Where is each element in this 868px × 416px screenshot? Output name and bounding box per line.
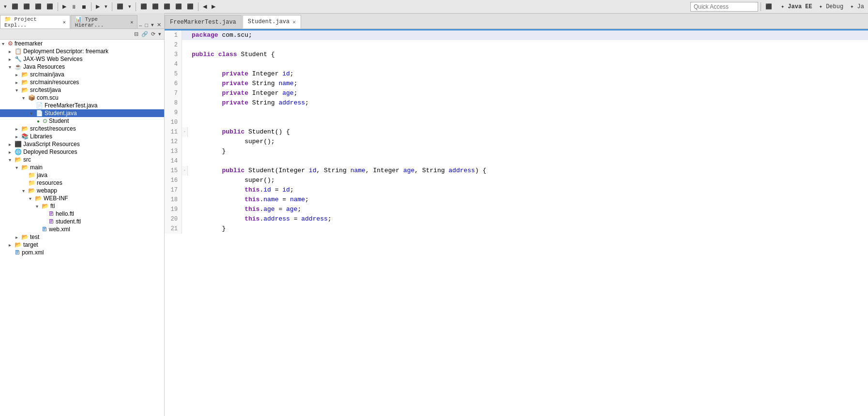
tree-item-student-ftl[interactable]: 🖹 student.ftl — [0, 218, 164, 225]
label-freemarkertest: FreeMarkerTest.java — [45, 102, 97, 109]
label-src-main-java: src/main/java — [30, 71, 64, 78]
perspective-debug[interactable]: ✦ Debug — [817, 2, 845, 11]
toolbar-icon-10[interactable]: ▾ — [103, 2, 109, 11]
tree-item-webapp[interactable]: ▾ 📂 webapp — [0, 187, 164, 194]
tree-item-resources[interactable]: 📁 resources — [0, 179, 164, 187]
sidebar-close-btn[interactable]: ✕ — [156, 21, 162, 29]
toolbar-icon-6[interactable]: ▶ — [61, 2, 68, 11]
sidebar-maximize-btn[interactable]: □ — [144, 22, 149, 29]
tree-item-src-test-res[interactable]: ▸ 📂 src/test/resources — [0, 125, 164, 133]
toolbar-icon-9[interactable]: ▶ — [94, 2, 102, 11]
sidebar-sync-btn[interactable]: ⟳ — [150, 30, 156, 38]
line-content-2 — [188, 40, 868, 50]
sidebar-menu-btn[interactable]: ▾ — [150, 21, 155, 29]
toolbar-perspective-layout[interactable]: ⬛ — [763, 2, 774, 11]
line-content-1: package com.scu; — [188, 30, 868, 40]
label-target: target — [23, 241, 38, 248]
line-content-18: this.name = name; — [188, 195, 868, 205]
toolbar-icon-12[interactable]: ▾ — [126, 2, 133, 11]
tree-item-web-xml[interactable]: 🖹 web.xml — [0, 225, 164, 233]
tree-item-student-class[interactable]: ● ⊙ Student — [0, 117, 164, 125]
tree-item-java[interactable]: 📁 java — [0, 171, 164, 179]
quick-access-input[interactable] — [690, 2, 758, 12]
toolbar-sep-4 — [136, 2, 136, 11]
icon-target: 📂 — [15, 241, 22, 248]
tree-item-js-resources[interactable]: ▸ ⬛ JavaScript Resources — [0, 140, 164, 148]
line-num-1: 1 — [165, 30, 182, 40]
tree-item-hello-ftl[interactable]: 🖹 hello.ftl — [0, 210, 164, 218]
sidebar-link-btn[interactable]: 🔗 — [140, 30, 149, 38]
tab-project-explorer[interactable]: 📁 Project Expl... ✕ — [0, 15, 70, 29]
toolbar-icon-ext[interactable]: ⬛ — [138, 2, 149, 11]
toolbar-icon-11[interactable]: ⬛ — [115, 2, 125, 11]
tree-item-test[interactable]: ▸ 📂 test — [0, 233, 164, 241]
toolbar-icon-8[interactable]: ⏹ — [79, 3, 89, 11]
code-container[interactable]: 1 package com.scu; 2 3 public class Stud… — [165, 30, 868, 416]
toolbar-icon-ext3[interactable]: ⬛ — [162, 2, 172, 11]
code-line-11: 11 ◦ public Student() { — [165, 127, 868, 137]
tree-item-libraries[interactable]: ▸ 📚 Libraries — [0, 133, 164, 140]
perspective-java-ee[interactable]: ✦ Java EE — [779, 2, 814, 11]
line-num-11: 11 — [165, 127, 182, 137]
toolbar-icon-3[interactable]: ⬛ — [21, 2, 32, 11]
label-js-resources: JavaScript Resources — [23, 141, 80, 148]
label-com-scu: com.scu — [37, 94, 59, 101]
sidebar-minimize-btn[interactable]: – — [138, 22, 143, 29]
line-num-5: 5 — [165, 69, 182, 79]
tree-item-webinf[interactable]: ▾ 📂 WEB-INF — [0, 194, 164, 202]
icon-student-class: ⊙ — [43, 118, 47, 124]
line-content-9 — [188, 108, 868, 118]
code-line-17: 17 this.id = id; — [165, 185, 868, 195]
perspective-ja[interactable]: ✦ Ja — [848, 2, 866, 11]
tree-item-src-main-java[interactable]: ▸ 📂 src/main/java — [0, 71, 164, 78]
code-line-12: 12 super(); — [165, 137, 868, 147]
icon-webapp: 📂 — [28, 187, 35, 194]
sidebar-filter-btn[interactable]: ▾ — [157, 30, 162, 38]
tree-item-main[interactable]: ▾ 📂 main — [0, 163, 164, 171]
tree-item-com-scu[interactable]: ▾ 📦 com.scu — [0, 94, 164, 102]
tab-type-hierarchy-label: 📊 Type Hierar... — [75, 16, 128, 28]
line-num-16: 16 — [165, 176, 182, 185]
arrow-student-class: ● — [37, 119, 42, 124]
tree-item-java-resources[interactable]: ▾ ☕ Java Resources — [0, 63, 164, 71]
tree-item-jaxws[interactable]: ▸ 🔧 JAX-WS Web Services — [0, 55, 164, 63]
sidebar-collapse-btn[interactable]: ⊟ — [133, 30, 139, 38]
icon-src-test-java: 📂 — [21, 87, 29, 93]
arrow-libraries: ▸ — [15, 134, 20, 139]
toolbar-icon-4[interactable]: ⬛ — [33, 2, 44, 11]
tree-item-target[interactable]: ▸ 📂 target — [0, 241, 164, 249]
tree-item-src-main-res[interactable]: ▸ 📂 src/main/resources — [0, 78, 164, 86]
label-src-test-res: src/test/resources — [30, 125, 76, 132]
code-line-8: 8 private String address; — [165, 98, 868, 108]
toolbar-icon-5[interactable]: ⬛ — [45, 2, 55, 11]
tree-item-ftl[interactable]: ▾ 📂 ftl — [0, 202, 164, 210]
toolbar-icon-nav2[interactable]: ▶ — [210, 2, 217, 11]
label-freemarker: freemarker — [15, 40, 43, 47]
toolbar-icon-ext4[interactable]: ⬛ — [173, 2, 184, 11]
toolbar-icon-ext2[interactable]: ⬛ — [150, 2, 161, 11]
tree-item-deployed-resources[interactable]: ▸ 🌐 Deployed Resources — [0, 148, 164, 156]
tree-item-deployment[interactable]: ▸ 📋 Deployment Descriptor: freemark — [0, 47, 164, 55]
toolbar-sep-2 — [91, 2, 91, 11]
toolbar-icon-ext5[interactable]: ⬛ — [185, 2, 196, 11]
toolbar-icon-1[interactable]: ▾ — [2, 2, 9, 11]
line-content-5: private Integer id; — [188, 69, 868, 79]
icon-java-resources: ☕ — [15, 63, 22, 70]
tree-item-src[interactable]: ▾ 📂 src — [0, 156, 164, 163]
arrow-freemarker: ▾ — [2, 41, 7, 46]
label-webinf: WEB-INF — [44, 195, 68, 202]
tree-item-src-test-java[interactable]: ▾ 📂 src/test/java — [0, 86, 164, 94]
tree-item-freemarkertest[interactable]: 📄 FreeMarkerTest.java — [0, 102, 164, 109]
tree-item-freemarker[interactable]: ▾ ⚙ freemarker — [0, 40, 164, 47]
editor-tab-student[interactable]: Student.java ✕ — [243, 15, 301, 29]
tree-item-pom-xml[interactable]: 🖹 pom.xml — [0, 249, 164, 256]
code-line-21: 21 } — [165, 224, 868, 234]
tree-item-student-java[interactable]: ▾ 📄 Student.java — [0, 109, 164, 117]
toolbar-icon-7[interactable]: ⏸ — [69, 3, 78, 11]
editor-tab-student-close[interactable]: ✕ — [292, 19, 296, 25]
toolbar-icon-2[interactable]: ⬛ — [10, 2, 20, 11]
toolbar-icon-nav1[interactable]: ◀ — [201, 2, 209, 11]
tab-type-hierarchy[interactable]: 📊 Type Hierar... ✕ — [71, 15, 137, 29]
editor-tab-freemarkertest[interactable]: FreeMarkerTest.java — [165, 15, 242, 29]
arrow-test: ▸ — [15, 235, 20, 240]
